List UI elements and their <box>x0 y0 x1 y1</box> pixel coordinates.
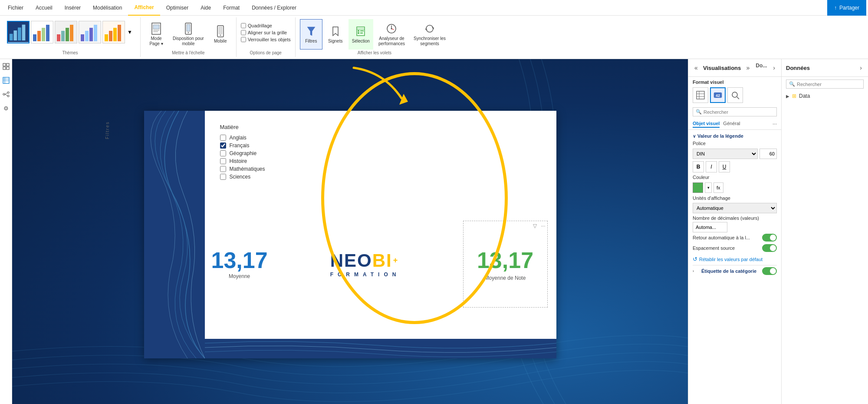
matiere-mathematiques[interactable]: Mathématiques <box>220 165 543 173</box>
checkbox-quadrillage[interactable]: Quadrillage <box>241 23 291 29</box>
tab-optimiser[interactable]: Optimiser <box>160 0 194 16</box>
svg-rect-23 <box>113 28 117 41</box>
tab-aide[interactable]: Aide <box>194 0 217 16</box>
tree-expand-icon: ▶ <box>786 94 789 99</box>
svg-text:⚙: ⚙ <box>3 105 9 112</box>
svg-point-43 <box>391 28 392 29</box>
font-select[interactable]: DIN <box>693 149 758 159</box>
disposition-mobile-button[interactable]: Disposition pourmobile <box>169 19 207 50</box>
svg-rect-12 <box>61 31 65 41</box>
etiquette-section[interactable]: › Étiquette de la catégorie <box>693 265 777 277</box>
tab-inserer[interactable]: Insérer <box>59 0 87 16</box>
synchroniser-icon <box>424 23 436 35</box>
etiquette-expand-arrow: › <box>693 269 694 273</box>
matiere-histoire[interactable]: Histoire <box>220 157 543 165</box>
donnees-tab-link[interactable]: Do... <box>754 63 769 73</box>
theme-2[interactable] <box>55 21 77 43</box>
matiere-anglais[interactable]: Anglais <box>220 134 543 142</box>
signets-button[interactable]: Signets <box>324 19 347 50</box>
donnees-search-input[interactable] <box>797 82 861 87</box>
filtres-button[interactable]: Filtres <box>300 19 322 50</box>
left-icon-model[interactable] <box>1 89 11 99</box>
data-tree-item-data[interactable]: ▶ ⊞ Data <box>782 91 868 101</box>
mode-page-button[interactable]: ModePage ▾ <box>145 19 168 50</box>
analyseur-button[interactable]: Analyseur deperformances <box>375 19 408 50</box>
viz-icon-search[interactable] <box>727 87 743 103</box>
svg-point-40 <box>358 32 359 34</box>
logo-bi: BI <box>372 251 392 271</box>
signets-label: Signets <box>328 39 342 44</box>
donnees-search-box: 🔍 <box>786 79 864 89</box>
disposition-mobile-icon <box>182 23 194 35</box>
theme-1[interactable] <box>31 21 53 43</box>
matiere-sciences[interactable]: Sciences <box>220 173 543 181</box>
viz-icon-table[interactable] <box>693 87 708 103</box>
tab-general[interactable]: Général <box>723 121 740 128</box>
synchroniser-button[interactable]: Synchroniser lessegments <box>410 19 449 50</box>
matiere-geographie[interactable]: Géographie <box>220 149 543 157</box>
reset-button[interactable]: ↺ Rétablir les valeurs par défaut <box>693 253 777 265</box>
mise-echelle-label: Mettre à l'échelle <box>172 50 204 55</box>
font-size-input[interactable] <box>760 149 777 159</box>
checkbox-verrouiller[interactable]: Verrouiller les objets <box>241 36 291 43</box>
legende-title[interactable]: Valeur de la légende <box>693 132 777 139</box>
bold-button[interactable]: B <box>693 161 704 172</box>
matiere-francais[interactable]: Français <box>220 142 543 149</box>
tab-donnees-explorer[interactable]: Données / Explorer <box>246 0 302 16</box>
espacement-toggle-row: Espacement source <box>693 243 777 253</box>
svg-rect-47 <box>7 67 9 70</box>
viz-search-input[interactable] <box>704 109 774 115</box>
mobile-button[interactable]: Mobile <box>209 19 232 50</box>
themes-dropdown[interactable]: ▼ <box>126 21 133 43</box>
color-swatch[interactable] <box>693 182 703 193</box>
logo-formation: FORMATION <box>330 272 401 278</box>
tab-fichier[interactable]: Fichier <box>2 0 30 16</box>
svg-rect-2 <box>13 30 17 40</box>
donnees-search-icon: 🔍 <box>789 81 795 87</box>
etiquette-label: Étiquette de la catégorie <box>701 268 756 274</box>
viz-close[interactable]: › <box>771 63 777 73</box>
svg-point-31 <box>187 32 189 33</box>
left-sidebar: ⚙ <box>0 59 12 404</box>
tab-accueil[interactable]: Accueil <box>30 0 59 16</box>
svg-point-52 <box>3 93 5 95</box>
retour-toggle[interactable] <box>762 234 777 242</box>
tab-afficher[interactable]: Afficher <box>128 0 160 16</box>
left-icon-data[interactable] <box>1 76 11 85</box>
tab-format[interactable]: Format <box>217 0 246 16</box>
selection-button[interactable]: Sélection <box>349 19 373 50</box>
underline-button[interactable]: U <box>719 161 730 172</box>
theme-4[interactable] <box>102 21 125 43</box>
display-units-label: Unités d'affichage <box>693 195 730 201</box>
data-tree-label: Data <box>799 93 810 99</box>
left-icon-report[interactable] <box>1 62 11 71</box>
viz-icon-card[interactable]: 42 <box>710 87 726 103</box>
checkbox-aligner[interactable]: Aligner sur la grille <box>241 30 291 36</box>
theme-3[interactable] <box>79 21 101 43</box>
display-units-select[interactable]: Automatique <box>693 203 777 213</box>
share-button[interactable]: ↑ Partager <box>827 0 866 16</box>
theme-current[interactable] <box>7 21 30 43</box>
etiquette-toggle[interactable] <box>762 267 777 275</box>
color-dropdown[interactable]: ▾ <box>705 182 712 193</box>
left-icon-settings[interactable]: ⚙ <box>1 103 11 113</box>
format-visuel-label: Format visuel <box>688 77 781 86</box>
ribbon-group-volets: Filtres Signets <box>296 17 454 57</box>
fx-button[interactable]: fx <box>713 182 723 193</box>
svg-rect-14 <box>70 25 73 41</box>
viz-collapse-right[interactable]: » <box>745 63 752 73</box>
tab-objet-visuel[interactable]: Objet visuel <box>693 121 720 128</box>
police-row: Police <box>693 139 777 147</box>
decimals-input[interactable] <box>693 222 727 232</box>
tab-modelisation[interactable]: Modélisation <box>87 0 128 16</box>
matiere-filter: Matière Anglais Français Géographie Hist… <box>207 115 556 189</box>
svg-point-65 <box>732 92 737 97</box>
stat-right-box[interactable]: ▽ ··· 13,17 Moyenne de Note <box>463 221 548 308</box>
tab-more[interactable]: ··· <box>773 121 777 128</box>
donnees-header: Données › <box>782 59 868 77</box>
donnees-close[interactable]: › <box>858 63 864 73</box>
espacement-toggle[interactable] <box>762 244 777 252</box>
svg-rect-46 <box>3 67 6 70</box>
viz-collapse-left[interactable]: « <box>693 63 700 73</box>
italic-button[interactable]: I <box>706 161 717 172</box>
